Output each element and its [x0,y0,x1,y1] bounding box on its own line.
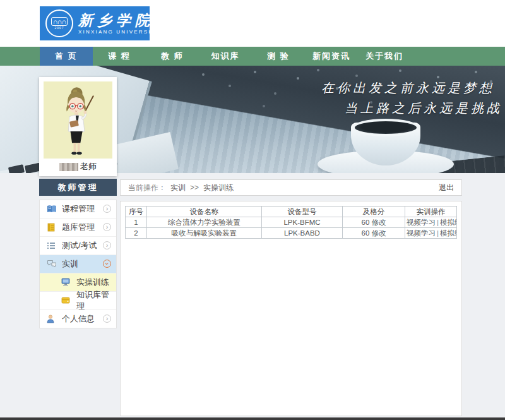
cell-equipment-name: 综合流体力学实验装置 [147,217,262,228]
nav-tab-home[interactable]: 首 页 [40,47,93,66]
sidebar-item-tests-exams[interactable]: 测试/考试 [40,237,116,255]
col-header-operations: 实训操作 [405,207,457,217]
book-icon [47,205,57,213]
breadcrumb-separator: >> [190,183,199,192]
sidebar-item-label: 实训 [62,258,78,270]
university-logo: ∩∩∩ 2007 新乡学院 XINXIANG UNIVERSITY [40,6,150,40]
link-divider: | [436,219,440,226]
chevron-right-icon[interactable] [103,241,111,249]
sidebar-item-practical-training[interactable]: 实训 [40,255,116,273]
monitor-icon [61,278,71,287]
col-header-model: 设备型号 [262,207,343,217]
sidebar-item-label: 课程管理 [62,203,95,215]
cell-operations: 视频学习|模拟练习 [405,217,457,228]
cell-model: LPK-BABD [262,228,343,239]
pass-score-value: 60 [362,229,370,237]
col-header-index: 序号 [126,207,147,217]
cell-pass-score: 60 修改 [343,228,405,239]
cell-index: 2 [126,228,147,239]
sidebar-item-personal-info[interactable]: 个人信息 [40,310,116,328]
top-header: ∩∩∩ 2007 新乡学院 XINXIANG UNIVERSITY [0,0,505,47]
cell-pass-score: 60 修改 [343,217,405,228]
nav-tab-about[interactable]: 关于我们 [358,47,411,66]
banner-coffee-surface [352,119,419,136]
col-header-pass-score: 及格分 [343,207,405,217]
list-icon [47,241,57,250]
chevron-down-icon[interactable] [103,260,111,268]
censored-name-block [59,163,78,171]
edit-link[interactable]: 修改 [372,229,386,237]
sidebar-item-knowledge-base-management[interactable]: 知识库管理 [40,292,116,310]
breadcrumb-prefix: 当前操作： [128,183,166,193]
breadcrumb-section-link[interactable]: 实训 [170,183,186,193]
cell-index: 1 [126,217,147,228]
sidebar-item-course-management[interactable]: 课程管理 [40,200,116,219]
breadcrumb: 当前操作： 实训 >> 实操训练 退出 [120,179,462,196]
main-nav: 首 页 课 程 教 师 知识库 测 验 新闻资讯 关于我们 [0,47,505,66]
pass-score-value: 60 [362,219,370,226]
footer-bar [0,417,505,420]
cell-operations: 视频学习|模拟练习 [405,228,457,239]
chevron-right-icon[interactable] [103,223,111,231]
video-study-link[interactable]: 视频学习 [407,229,436,237]
page: ∩∩∩ 2007 新乡学院 XINXIANG UNIVERSITY 首 页 课 … [0,0,505,420]
table-row: 1 综合流体力学实验装置 LPK-BFMC 60 修改 视频学习|模拟练习 [126,217,457,228]
nav-tab-news[interactable]: 新闻资讯 [305,47,358,66]
university-seal-icon: ∩∩∩ 2007 [45,9,73,37]
person-icon [47,315,57,323]
logo-text: 新乡学院 XINXIANG UNIVERSITY [78,12,160,35]
breadcrumb-current: 实操训练 [203,183,234,193]
logo-chinese-name: 新乡学院 [78,12,160,28]
teacher-name: 老师 [44,159,112,175]
seal-year: 2007 [54,26,64,30]
equipment-table: 序号 设备名称 设备型号 及格分 实训操作 1 综合流体力学实验装置 LPK-B… [125,206,457,239]
simulation-practice-link[interactable]: 模拟练习 [440,219,457,226]
col-header-equipment-name: 设备名称 [147,207,262,217]
banner-slogan-line1: 在你出发之前永远是梦想 [321,80,495,97]
sidebar-item-question-bank[interactable]: 题库管理 [40,219,116,237]
chevron-right-icon[interactable] [103,205,111,213]
logo-english-name: XINXIANG UNIVERSITY [78,29,160,35]
teacher-avatar [44,81,112,159]
wallet-icon [61,296,71,305]
sidebar-item-label: 测试/考试 [62,240,97,251]
content-panel: 序号 设备名称 设备型号 及格分 实训操作 1 综合流体力学实验装置 LPK-B… [120,201,462,416]
chevron-right-icon[interactable] [103,315,111,323]
sidebar-item-label: 个人信息 [62,313,95,325]
nav-tab-tests[interactable]: 测 验 [252,47,305,66]
nav-tab-teachers[interactable]: 教 师 [146,47,199,66]
sidebar-header: 教师管理 [39,179,117,196]
video-study-link[interactable]: 视频学习 [407,219,436,226]
logout-link[interactable]: 退出 [439,183,454,193]
cell-equipment-name: 吸收与解吸实验装置 [147,228,262,239]
notebook-icon [47,223,57,232]
sidebar-item-label: 实操训练 [76,277,109,288]
teacher-profile-card: 老师 [39,77,117,176]
table-header-row: 序号 设备名称 设备型号 及格分 实训操作 [126,207,457,217]
sidebar-item-label: 题库管理 [62,222,95,233]
nav-tab-knowledge[interactable]: 知识库 [199,47,252,66]
sidebar-menu: 课程管理 题库管理 测试/考试 实训 [39,200,117,328]
teacher-label: 老师 [80,161,97,172]
chat-bubbles-icon [47,260,57,268]
cell-model: LPK-BFMC [262,217,343,228]
table-row: 2 吸收与解吸实验装置 LPK-BABD 60 修改 视频学习|模拟练习 [126,228,457,239]
edit-link[interactable]: 修改 [372,219,386,226]
simulation-practice-link[interactable]: 模拟练习 [440,229,457,237]
banner-slogan-line2: 当上路之后永远是挑战 [345,100,502,117]
link-divider: | [436,229,440,237]
teacher-cartoon-illustration [48,85,109,159]
nav-tab-courses[interactable]: 课 程 [93,47,146,66]
seal-arches: ∩∩∩ [51,17,68,26]
sidebar-item-label: 知识库管理 [76,289,116,312]
